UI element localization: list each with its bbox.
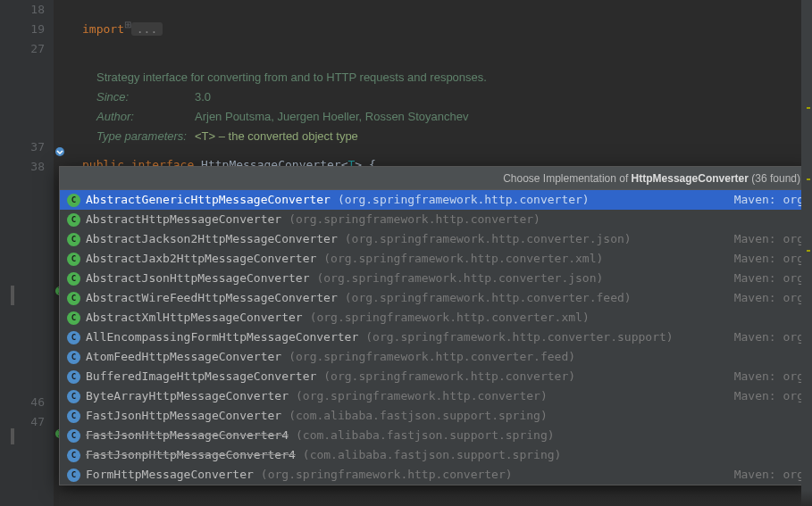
class-name: AbstractWireFeedHttpMessageConverter <box>86 288 338 308</box>
line-number[interactable]: 37 <box>0 137 54 157</box>
class-name: FastJsonHttpMessageConverter4 <box>86 426 289 445</box>
source-label: Maven: org <box>724 269 804 288</box>
popup-item[interactable]: CFastJsonpHttpMessageConverter4(com.alib… <box>60 445 811 465</box>
class-name: AbstractJackson2HttpMessageConverter <box>86 229 338 249</box>
class-icon: C <box>67 351 80 364</box>
javadoc-typeparam-value: <T> – the converted object type <box>195 129 358 143</box>
class-icon: C <box>67 331 80 344</box>
scrollbar-marker[interactable] <box>807 178 810 180</box>
line-number[interactable]: 38 <box>0 157 54 177</box>
package-name: (com.alibaba.fastjson.support.spring) <box>289 406 548 426</box>
popup-item[interactable]: CBufferedImageHttpMessageConverter(org.s… <box>60 367 811 386</box>
line-number[interactable] <box>0 98 54 118</box>
class-icon: C <box>67 213 80 227</box>
source-label: Maven: org <box>724 367 804 386</box>
class-name: AbstractGenericHttpMessageConverter <box>86 190 331 210</box>
class-name: AllEncompassingFormHttpMessageConverter <box>86 328 358 347</box>
javadoc-since-value: 3.0 <box>195 90 211 104</box>
class-name: AbstractHttpMessageConverter <box>86 210 281 229</box>
package-name: (org.springframework.http.converter) <box>289 210 540 229</box>
fold-toggle-icon[interactable]: ⊞ <box>123 20 132 29</box>
line-number[interactable] <box>0 177 54 196</box>
editor-scrollbar[interactable] <box>801 0 812 506</box>
package-name: (org.springframework.http.converter.feed… <box>289 347 575 367</box>
line-number[interactable] <box>0 118 54 137</box>
scrollbar-marker[interactable] <box>807 250 810 252</box>
javadoc-typeparam-label: Type parameters: <box>96 127 195 146</box>
popup-item[interactable]: CAbstractJsonHttpMessageConverter(org.sp… <box>60 269 811 288</box>
popup-item[interactable]: CByteArrayHttpMessageConverter(org.sprin… <box>60 386 811 406</box>
package-name: (org.springframework.http.converter.json… <box>316 269 603 288</box>
line-number[interactable] <box>0 452 54 471</box>
line-number[interactable] <box>0 432 54 452</box>
popup-item[interactable]: CFastJsonHttpMessageConverter4(com.aliba… <box>60 426 811 445</box>
package-name: (com.alibaba.fastjson.support.spring) <box>303 445 562 465</box>
line-number[interactable]: 19 <box>0 20 54 39</box>
popup-title-prefix: Choose Implementation of <box>503 172 631 185</box>
line-number[interactable]: 47 <box>0 412 54 432</box>
package-name: (org.springframework.http.converter) <box>323 367 575 386</box>
class-icon: C <box>67 311 80 325</box>
line-number[interactable] <box>0 216 54 236</box>
class-icon: C <box>67 292 80 305</box>
package-name: (org.springframework.http.converter.supp… <box>365 328 673 347</box>
popup-item[interactable]: CAbstractXmlHttpMessageConverter(org.spr… <box>60 308 811 328</box>
popup-title-target: HttpMessageConverter <box>632 172 749 185</box>
popup-item[interactable]: CAtomFeedHttpMessageConverter(org.spring… <box>60 347 811 367</box>
popup-item[interactable]: CAbstractJackson2HttpMessageConverter(or… <box>60 229 811 249</box>
line-number[interactable] <box>0 79 54 98</box>
line-number[interactable] <box>0 373 54 393</box>
class-icon: C <box>67 233 80 246</box>
line-number[interactable]: 46 <box>0 393 54 412</box>
package-name: (org.springframework.http.converter.feed… <box>345 288 632 308</box>
line-number[interactable] <box>0 491 54 506</box>
package-name: (org.springframework.http.converter.xml) <box>310 308 590 328</box>
class-icon: C <box>67 194 80 207</box>
editor-gutter: 181927373846475556 I I <box>0 0 54 506</box>
line-number[interactable]: 18 <box>0 0 54 20</box>
class-icon: C <box>67 253 80 266</box>
class-name: BufferedImageHttpMessageConverter <box>86 367 316 386</box>
line-number[interactable] <box>0 353 54 373</box>
class-name: FastJsonpHttpMessageConverter4 <box>86 445 296 465</box>
folded-region[interactable]: ... <box>131 22 163 36</box>
line-number[interactable] <box>0 294 54 314</box>
javadoc-author-value: Arjen Poutsma, Juergen Hoeller, Rossen S… <box>195 110 468 123</box>
line-number[interactable] <box>0 334 54 353</box>
popup-item[interactable]: CAbstractWireFeedHttpMessageConverter(or… <box>60 288 811 308</box>
line-number[interactable] <box>0 255 54 275</box>
class-icon: C <box>67 449 80 462</box>
popup-item[interactable]: CAllEncompassingFormHttpMessageConverter… <box>60 328 811 347</box>
package-name: (org.springframework.http.converter.xml) <box>323 249 603 269</box>
popup-item[interactable]: CFormHttpMessageConverter(org.springfram… <box>60 465 811 485</box>
class-name: FastJsonHttpMessageConverter <box>86 406 281 426</box>
line-number[interactable] <box>0 471 54 491</box>
line-number[interactable] <box>0 275 54 294</box>
javadoc-author-label: Author: <box>96 107 195 127</box>
class-name: ByteArrayHttpMessageConverter <box>86 386 289 406</box>
class-icon: C <box>67 272 80 286</box>
line-number[interactable] <box>0 59 54 79</box>
popup-count: (36 found) <box>749 172 800 185</box>
popup-item[interactable]: CFastJsonHttpMessageConverter(com.alibab… <box>60 406 811 426</box>
class-name: FormHttpMessageConverter <box>86 465 254 485</box>
scrollbar-marker[interactable] <box>807 107 810 109</box>
popup-list: CAbstractGenericHttpMessageConverter(org… <box>60 190 811 485</box>
source-label: Maven: org <box>724 249 804 269</box>
popup-item[interactable]: CAbstractHttpMessageConverter(org.spring… <box>60 210 811 229</box>
package-name: (org.springframework.http.converter) <box>296 386 548 406</box>
class-icon: C <box>67 390 80 403</box>
package-name: (com.alibaba.fastjson.support.spring) <box>296 426 555 445</box>
class-name: AbstractJaxb2HttpMessageConverter <box>86 249 316 269</box>
class-icon: C <box>67 370 80 384</box>
editor-code-area[interactable]: ⊞ import ... Strategy interface for conv… <box>54 0 812 175</box>
class-icon: C <box>67 469 80 482</box>
popup-item[interactable]: CAbstractJaxb2HttpMessageConverter(org.s… <box>60 249 811 269</box>
popup-header: Choose Implementation of HttpMessageConv… <box>60 167 811 190</box>
source-label: Maven: org <box>724 465 804 485</box>
line-number[interactable] <box>0 236 54 255</box>
line-number[interactable] <box>0 196 54 216</box>
line-number[interactable] <box>0 314 54 334</box>
popup-item[interactable]: CAbstractGenericHttpMessageConverter(org… <box>60 190 811 210</box>
line-number[interactable]: 27 <box>0 39 54 59</box>
